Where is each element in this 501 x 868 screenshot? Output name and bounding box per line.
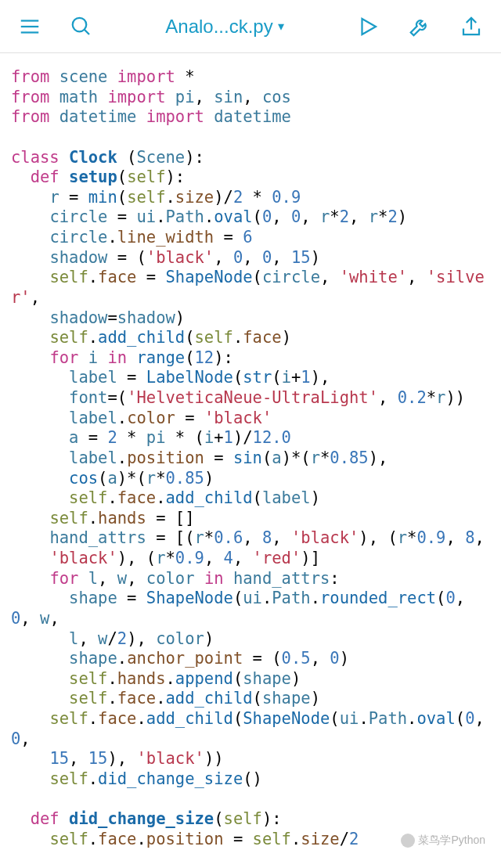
code-line: l, w/2), color) [11,629,490,650]
code-editor[interactable]: from scene import *from math import pi, … [0,53,501,868]
search-button[interactable] [67,13,96,41]
code-line: circle.line_width = 6 [11,228,490,248]
chevron-down-icon: ▾ [278,19,284,34]
code-line: self.add_child(self.face) [11,328,490,348]
code-line: self.hands = [] [11,509,490,529]
toolbar: Analo...ck.py ▾ [0,0,501,53]
code-line: cos(a)*(r*0.85) [11,469,490,489]
toolbar-left [16,13,96,41]
code-line: self.face = ShapeNode(circle, 'white', '… [11,268,490,308]
code-line: def did_change_size(self): [11,809,490,830]
code-line: class Clock (Scene): [11,148,490,168]
code-line: label = LabelNode(str(i+1), [11,368,490,388]
code-line: r = min(self.size)/2 * 0.9 [11,188,490,208]
hamburger-icon [18,15,41,38]
code-line: 'black'), (r*0.9, 4, 'red')] [11,549,490,569]
code-line [11,128,490,148]
code-line [11,849,490,868]
code-line: hand_attrs = [(r*0.6, 8, 'black'), (r*0.… [11,528,490,549]
code-line: a = 2 * pi * (i+1)/12.0 [11,428,490,448]
code-line: font=('HelveticaNeue-UltraLight', 0.2*r)… [11,388,490,409]
code-line: shadow=shadow) [11,308,490,329]
code-line: label.color = 'black' [11,409,490,429]
svg-marker-5 [362,19,377,34]
code-line: circle = ui.Path.oval(0, 0, r*2, r*2) [11,207,490,228]
code-line: shape = ShapeNode(ui.Path.rounded_rect(0… [11,589,490,628]
watermark: 菜鸟学Python [401,834,485,848]
watermark-text: 菜鸟学Python [418,834,485,848]
menu-button[interactable] [16,13,44,41]
code-line: for i in range(12): [11,348,490,369]
play-icon [356,15,380,38]
code-line: for l, w, color in hand_attrs: [11,569,490,589]
file-title: Analo...ck.py [165,16,272,38]
code-line: from datetime import datetime [11,107,490,128]
watermark-icon [401,834,415,848]
code-line: def setup(self): [11,167,490,188]
tools-button[interactable] [405,13,434,41]
code-line: 15, 15), 'black')) [11,749,490,769]
code-line: from math import pi, sin, cos [11,88,490,108]
code-line: self.face.add_child(ShapeNode(ui.Path.ov… [11,709,490,749]
toolbar-right [354,13,485,41]
search-icon [70,15,93,38]
code-line: self.face.add_child(shape) [11,689,490,709]
code-line: from scene import * [11,67,490,88]
svg-point-3 [73,17,87,31]
code-line [11,790,490,810]
code-line: shape.anchor_point = (0.5, 0) [11,649,490,669]
file-title-dropdown[interactable]: Analo...ck.py ▾ [165,16,283,38]
export-button[interactable] [457,13,485,41]
export-icon [460,15,483,38]
wrench-icon [408,15,431,38]
svg-line-4 [85,29,89,34]
code-line: label.position = sin(a)*(r*0.85), [11,448,490,469]
code-line: shadow = ('black', 0, 0, 15) [11,248,490,268]
code-line: self.face.add_child(label) [11,488,490,509]
run-button[interactable] [354,13,382,41]
code-line: self.did_change_size() [11,769,490,790]
code-line: self.hands.append(shape) [11,669,490,690]
